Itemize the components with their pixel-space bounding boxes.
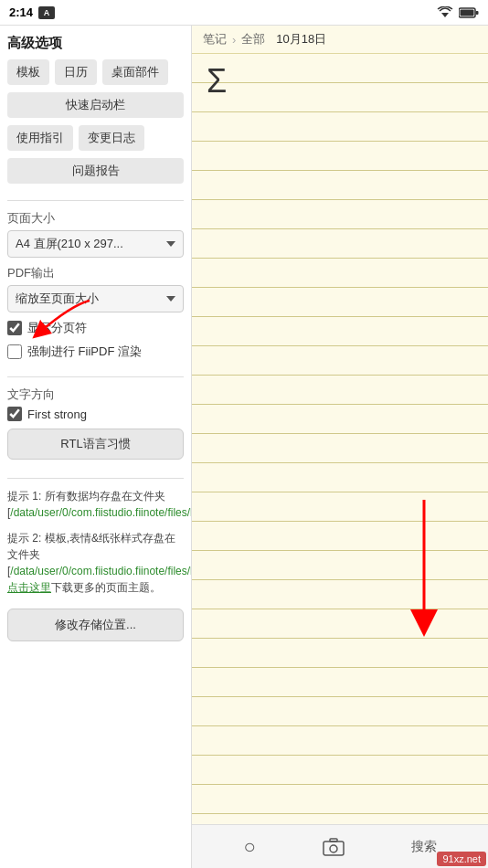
circle-btn[interactable]: ○ bbox=[243, 835, 255, 859]
tip1: 提示 1: 所有数据均存盘在文件夹[/data/user/0/com.fiist… bbox=[7, 488, 184, 521]
divider-2 bbox=[7, 376, 184, 377]
page-size-value: A4 直屏(210 x 297... bbox=[16, 236, 123, 252]
text-direction-label: 文字方向 bbox=[7, 386, 184, 403]
left-panel: 高级选项 模板 日历 桌面部件 快速启动栏 使用指引 变更日志 问题报告 页面大… bbox=[0, 26, 192, 868]
svg-marker-0 bbox=[441, 13, 449, 17]
calendar-btn[interactable]: 日历 bbox=[55, 59, 97, 85]
quick-launch-btn[interactable]: 快速启动栏 bbox=[7, 92, 184, 118]
show-pagebreak-checkbox[interactable] bbox=[7, 321, 22, 335]
pdf-output-label: PDF输出 bbox=[7, 265, 184, 281]
camera-icon bbox=[323, 838, 345, 856]
breadcrumb-all: 全部 bbox=[241, 31, 265, 48]
page-size-dropdown[interactable]: A4 直屏(210 x 297... bbox=[7, 230, 184, 258]
app-container: 2:14 A 高级选项 模板 日 bbox=[0, 0, 488, 868]
force-render-label: 强制进行 FiiPDF 渲染 bbox=[27, 344, 142, 360]
force-render-checkbox[interactable] bbox=[7, 344, 22, 359]
right-panel: 笔记 › 全部 10月18日 Σ bbox=[192, 26, 488, 868]
main-layout: 高级选项 模板 日历 桌面部件 快速启动栏 使用指引 变更日志 问题报告 页面大… bbox=[0, 26, 488, 868]
show-pagebreak-row[interactable]: 显示分页符 bbox=[7, 320, 184, 336]
storage-btn[interactable]: 修改存储位置... bbox=[7, 609, 184, 641]
template-btn[interactable]: 模板 bbox=[7, 59, 49, 85]
force-render-row[interactable]: 强制进行 FiiPDF 渲染 bbox=[7, 344, 184, 360]
pdf-output-value: 缩放至页面大小 bbox=[16, 291, 99, 307]
circle-icon: ○ bbox=[243, 835, 255, 859]
show-pagebreak-label: 显示分页符 bbox=[27, 320, 87, 336]
page-size-label: 页面大小 bbox=[7, 210, 184, 227]
svg-rect-9 bbox=[330, 839, 337, 842]
pdf-output-arrow bbox=[166, 296, 175, 302]
battery-icon bbox=[459, 7, 479, 18]
status-bar: 2:14 A bbox=[0, 0, 488, 26]
sigma-symbol: Σ bbox=[207, 65, 477, 98]
first-strong-label: First strong bbox=[27, 408, 87, 421]
bottom-toolbar: ○ 搜索 bbox=[192, 824, 488, 868]
guide-btn[interactable]: 使用指引 bbox=[7, 125, 73, 151]
note-header: 笔记 › 全部 10月18日 bbox=[192, 26, 488, 54]
status-time: 2:14 bbox=[9, 5, 33, 19]
wifi-icon bbox=[437, 6, 453, 19]
breadcrumb-sep1: › bbox=[232, 33, 236, 47]
status-icons bbox=[437, 6, 479, 19]
search-label: 搜索 bbox=[411, 839, 437, 855]
top-btn-row: 模板 日历 桌面部件 bbox=[7, 59, 184, 85]
tip2: 提示 2: 模板,表情&纸张样式存盘在文件夹[/data/user/0/com.… bbox=[7, 530, 184, 596]
tip2-path: /data/user/0/com.fiistudio.fiinote/files… bbox=[10, 565, 192, 577]
changelog-btn[interactable]: 变更日志 bbox=[79, 125, 144, 151]
desktop-widget-btn[interactable]: 桌面部件 bbox=[102, 59, 168, 85]
mid-btn-row: 使用指引 变更日志 bbox=[7, 125, 184, 151]
search-btn[interactable]: 搜索 bbox=[411, 839, 437, 855]
camera-btn[interactable] bbox=[323, 838, 345, 856]
svg-rect-2 bbox=[476, 11, 479, 15]
page-size-arrow bbox=[166, 241, 175, 247]
breadcrumb-notes: 笔记 bbox=[203, 31, 227, 48]
breadcrumb-date: 10月18日 bbox=[276, 31, 326, 48]
divider-3 bbox=[7, 478, 184, 479]
section-title: 高级选项 bbox=[7, 35, 184, 52]
tip2-link[interactable]: 点击这里 bbox=[7, 581, 51, 594]
note-content: Σ bbox=[192, 54, 488, 824]
first-strong-checkbox[interactable] bbox=[7, 407, 22, 421]
tip1-path: /data/user/0/com.fiistudio.fiinote/files… bbox=[10, 506, 192, 519]
rtl-btn[interactable]: RTL语言习惯 bbox=[7, 429, 184, 460]
first-strong-row[interactable]: First strong bbox=[7, 407, 184, 421]
pdf-output-dropdown[interactable]: 缩放至页面大小 bbox=[7, 285, 184, 312]
lined-paper: Σ bbox=[192, 54, 488, 824]
divider-1 bbox=[7, 200, 184, 201]
report-btn[interactable]: 问题报告 bbox=[7, 158, 184, 184]
red-arrow-2 bbox=[387, 495, 461, 641]
svg-point-8 bbox=[330, 845, 337, 852]
tip2-link-suffix: 下载更多的页面主题。 bbox=[51, 581, 161, 594]
app-icon: A bbox=[38, 6, 55, 19]
svg-rect-3 bbox=[461, 9, 474, 16]
